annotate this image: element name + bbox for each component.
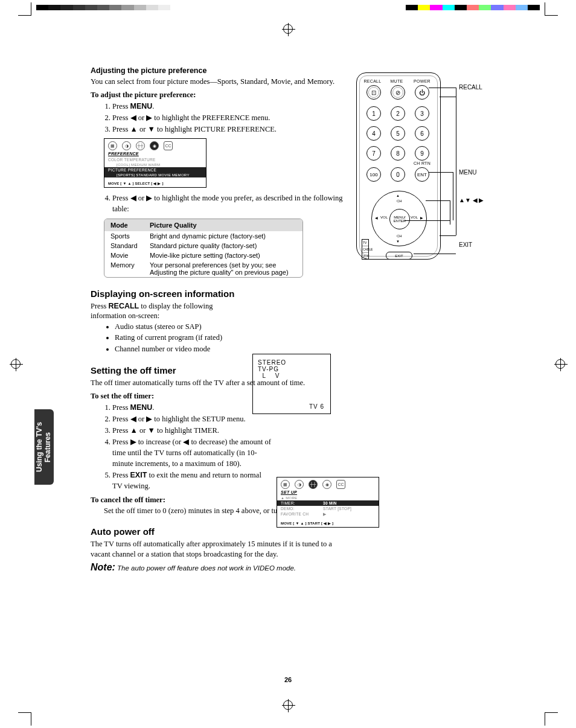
registration-target [283, 24, 293, 34]
menu-enter-button: MENU/ENTER [389, 209, 410, 229]
list-item: Rating of current program (if rated) [115, 332, 344, 343]
info-line: L V [258, 372, 325, 379]
heading-display-info: Displaying on-screen information [91, 289, 344, 299]
osd-audio-icon: ◑ [295, 480, 304, 489]
remote-label: POWER [411, 79, 433, 83]
crop-mark [545, 712, 558, 726]
osd-preference: ▦ ◑ ┼┼ ◉ CC PREFERENCE COLOR TEMPERATURE… [104, 138, 206, 188]
steps-list: Press MENU. Press ◀ or ▶ to highlight th… [91, 101, 344, 135]
osd-row-selected: PICTURE PREFERENCE [104, 167, 206, 173]
heading-adjust-preference: Adjusting the picture preference [91, 66, 344, 75]
callout-menu: MENU [459, 169, 476, 176]
table-header: Picture Quality [150, 222, 296, 229]
table-cell: Sports [110, 232, 150, 240]
osd-row-selected: TIMER:30 MIN [277, 500, 379, 506]
osd-title: PREFERENCE [104, 152, 206, 157]
osd-cc-icon: CC [164, 141, 173, 150]
dpad: ▲ CH CH ▼ ◀ VOL VOL ▶ MENU/ENTER [371, 191, 427, 246]
osd-picture-icon: ▦ [108, 141, 117, 150]
registration-marks [0, 0, 576, 18]
num-button: 2 [391, 106, 405, 121]
step-item: Press ◀ or ▶ to highlight the mode you p… [112, 193, 344, 214]
step-item: Press ▲ or ▼ to highlight PICTURE PREFER… [112, 124, 344, 135]
side-tab: Using the TV'sFeatures [34, 409, 54, 485]
list-item: Channel number or video mode [115, 343, 344, 354]
num-button: 3 [415, 106, 429, 121]
steps-list: Press ◀ or ▶ to highlight the mode you p… [91, 193, 344, 214]
osd-pref-icon: ◉ [322, 480, 331, 489]
num-button: 1 [366, 106, 381, 121]
howto-label: To adjust the picture preference: [91, 91, 344, 100]
page-number: 26 [0, 676, 576, 683]
num-button: 9 [415, 146, 429, 161]
remote-label: CH RTN [411, 161, 433, 165]
intro-text: You can select from four picture modes—S… [91, 77, 344, 87]
osd-setup: ▦ ◑ ┼┼ ◉ CC SET UP ▲ MORE TIMER:30 MIN D… [277, 477, 379, 528]
crop-mark [18, 2, 31, 16]
table-cell: Standard [110, 242, 150, 249]
osd-setup-icon: ┼┼ [309, 480, 318, 489]
osd-picture-icon: ▦ [281, 480, 290, 489]
table-cell: Bright and dynamic picture (factory-set) [150, 232, 296, 240]
registration-target [11, 359, 21, 369]
callout-exit: EXIT [459, 241, 472, 248]
table-cell: Movie-like picture setting (factory-set) [150, 252, 296, 259]
remote-label: MUTE [386, 79, 408, 83]
step-item: Press EXIT to exit the menu and return t… [112, 470, 272, 491]
info-line: STEREO [258, 359, 325, 366]
body-text: Press RECALL to display the following in… [91, 301, 242, 322]
osd-pref-icon: ◉ [150, 141, 159, 150]
osd-row: COLOR TEMPERATURE [104, 157, 206, 162]
body-text: The TV turns off automatically after app… [91, 539, 344, 560]
heading-auto-power-off: Auto power off [91, 526, 344, 537]
info-channel: TV 6 [309, 403, 324, 410]
remote-label: RECALL [362, 79, 383, 83]
step-item: Press ▶ to increase (or ◀ to decrease) t… [112, 436, 272, 469]
table-cell: Memory [110, 261, 150, 276]
table-cell: Standard picture quality (factory-set) [150, 242, 296, 249]
osd-title: SET UP [277, 490, 379, 496]
registration-target [555, 359, 565, 369]
ent-button: ENT [415, 167, 429, 182]
num-button: 8 [391, 146, 405, 161]
step-item: Press MENU. [112, 402, 272, 413]
note: Note: The auto power off feature does no… [91, 562, 344, 573]
num-button: 7 [366, 146, 381, 161]
mode-switch: TV CABLE VCR [362, 239, 369, 260]
bullet-list: Audio status (stereo or SAP) Rating of c… [91, 321, 344, 354]
num-button: 4 [366, 126, 381, 141]
callout-arrows: ▲▼ ◀ ▶ [459, 197, 484, 203]
osd-footer: MOVE [ ▼ ▲ ] START [ ◀ ▶ ] [277, 517, 379, 527]
osd-row: DEMO:START [STOP] [277, 506, 379, 511]
step-item: Press MENU. [112, 101, 344, 112]
remote-diagram: RECALL MUTE POWER ⊡ ⊘ ⏻ 1 2 3 4 5 6 7 8 … [350, 66, 507, 266]
num-button: 0 [391, 167, 405, 182]
num-button: 100 [366, 167, 381, 182]
osd-row: FAVORITE CH▶ [277, 511, 379, 517]
step-item: Press ◀ or ▶ to highlight the PREFERENCE… [112, 112, 344, 123]
step-item: Press ▲ or ▼ to highlight TIMER. [112, 425, 272, 436]
recall-info-box: STEREO TV-PG L V TV 6 [252, 354, 331, 414]
info-line: TV-PG [258, 366, 325, 372]
num-button: 5 [391, 126, 405, 141]
osd-footer: MOVE [ ▼ ▲ ] SELECT [ ◀ ▶ ] [104, 177, 206, 187]
exit-button: EXIT [386, 252, 412, 260]
registration-target [283, 700, 293, 710]
osd-row: ▲ MORE [277, 496, 379, 500]
crop-mark [18, 712, 31, 726]
mute-button: ⊘ [391, 85, 405, 100]
recall-button: ⊡ [366, 85, 381, 100]
num-button: 6 [415, 126, 429, 141]
osd-sliders-icon: ┼┼ [136, 141, 145, 150]
step-item: Press ◀ or ▶ to highlight the SETUP menu… [112, 413, 272, 424]
steps-list: Press MENU. Press ◀ or ▶ to highlight th… [91, 402, 272, 492]
crop-mark [545, 2, 558, 16]
osd-cc-icon: CC [336, 480, 345, 489]
osd-row: [COOL] MEDIUM WARM [104, 162, 206, 167]
table-cell: Your personal preferences (set by you; s… [150, 261, 296, 276]
power-button: ⏻ [415, 85, 429, 100]
table-cell: Movie [110, 252, 150, 259]
osd-audio-icon: ◑ [122, 141, 131, 150]
table-header: Mode [110, 222, 150, 229]
callout-recall: RECALL [459, 84, 482, 91]
